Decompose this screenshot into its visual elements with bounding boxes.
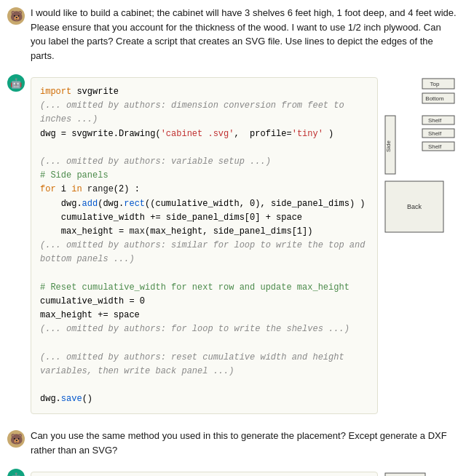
user-message-2: 🐻 Can you use the same method you used i…	[0, 423, 466, 463]
user-text-1: I would like to build a cabinet; the cab…	[31, 6, 459, 63]
code-line: (... omitted by authors: variable setup …	[40, 155, 368, 169]
code-line: dwg.add(dwg.rect((cumulative_width, 0), …	[40, 197, 368, 211]
code-line: (... omitted by authors: for loop to wri…	[40, 322, 368, 336]
code-line: (... omitted by authors: dimension conve…	[40, 99, 368, 127]
code-line	[40, 141, 368, 155]
code-line: cumulative_width = 0	[40, 295, 368, 309]
svg-text:Side: Side	[385, 140, 392, 152]
code-block-2: import ezdxf (... omitted by authors: va…	[31, 472, 378, 476]
svg-text:Shelf: Shelf	[428, 117, 442, 124]
code-line: # Reset cumulative_width for next row an…	[40, 281, 368, 295]
code-line: dwg.save()	[40, 392, 368, 406]
ai-code-area-1: import svgwrite (... omitted by authors:…	[31, 73, 378, 419]
cabinet-diagram-svg-2: Back Shelf Shelf Side Side Top	[382, 470, 459, 476]
diagram-panel-2: Back Shelf Shelf Side Side Top	[382, 470, 459, 476]
ai-message-2: 🤖 import ezdxf (... omitted by authors: …	[0, 463, 466, 476]
svg-text:Shelf: Shelf	[428, 143, 442, 150]
svg-rect-14	[385, 473, 425, 476]
code-line	[40, 266, 368, 280]
svg-text:Bottom: Bottom	[425, 95, 444, 102]
cabinet-diagram-svg-1: Top Bottom Side Shelf Shelf Shelf	[382, 76, 459, 243]
code-line: max_height += space	[40, 309, 368, 322]
chat-container: 🐻 I would like to build a cabinet; the c…	[0, 0, 466, 476]
code-line: (... omitted by authors: similar for loo…	[40, 239, 368, 266]
ai-content-1: import svgwrite (... omitted by authors:…	[31, 73, 459, 419]
svg-text:Top: Top	[430, 81, 440, 87]
code-block-1: import svgwrite (... omitted by authors:…	[31, 77, 378, 414]
code-line: (... omitted by authors: reset cumulativ…	[40, 351, 368, 378]
ai-code-area-2: import ezdxf (... omitted by authors: va…	[31, 467, 378, 476]
code-line: # Side panels	[40, 169, 368, 183]
ai-message-1: 🤖 import svgwrite (... omitted by author…	[0, 68, 466, 423]
user-message-1: 🐻 I would like to build a cabinet; the c…	[0, 0, 466, 68]
diagram-panel-1: Top Bottom Side Shelf Shelf Shelf	[382, 76, 459, 419]
code-line: import svgwrite	[40, 85, 368, 99]
code-line	[40, 378, 368, 392]
user-avatar-2: 🐻	[7, 430, 25, 448]
code-line: dwg = svgwrite.Drawing('cabinet .svg', p…	[40, 127, 368, 141]
user-avatar-1: 🐻	[7, 7, 25, 25]
code-line: max_height = max(max_height, side_panel_…	[40, 225, 368, 239]
ai-content-2: import ezdxf (... omitted by authors: va…	[31, 467, 459, 476]
ai-avatar-2: 🤖	[7, 469, 25, 476]
svg-text:Shelf: Shelf	[428, 130, 442, 137]
ai-avatar-1: 🤖	[7, 74, 25, 92]
code-line	[40, 336, 368, 350]
code-line: for i in range(2) :	[40, 183, 368, 197]
svg-text:Back: Back	[407, 203, 422, 210]
code-line: cumulative_width += side_panel_dims[0] +…	[40, 211, 368, 225]
user-text-2: Can you use the same method you used in …	[31, 429, 459, 457]
